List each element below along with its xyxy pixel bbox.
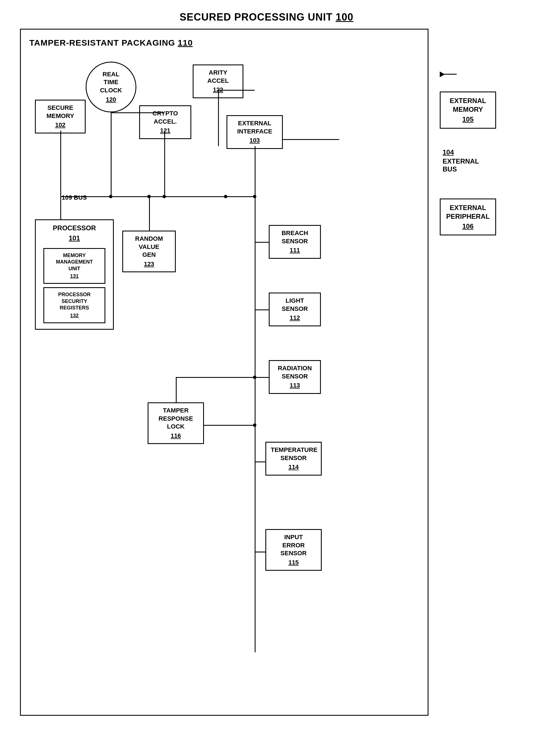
external-peripheral-block: EXTERNALPERIPHERAL 106 (440, 199, 496, 236)
external-bus-label: 104 EXTERNALBUS (442, 148, 479, 173)
hline-tamper-up (176, 377, 255, 378)
hline-temp (255, 462, 266, 462)
processor-block: PROCESSOR 101 MEMORYMANAGEMENTUNIT 131 P… (35, 219, 114, 330)
external-column: EXTERNALMEMORY 105 104 EXTERNALBUS EXTER… (429, 29, 513, 235)
vline-crypto (164, 131, 165, 197)
hline-rtc-crypto (111, 112, 164, 113)
hline-arity-ext (218, 90, 255, 91)
secure-memory-block: SECUREMEMORY 102 (35, 100, 86, 133)
hline-breach (255, 242, 269, 243)
vline-secure-mem (60, 131, 61, 197)
dot-sensors-bus (253, 195, 256, 198)
arrow-external (440, 74, 457, 75)
random-value-gen-block: RANDOMVALUEGEN 123 (122, 230, 176, 272)
tamper-resistant-box: TAMPER-RESISTANT PACKAGING 110 REALTIMEC… (20, 29, 429, 716)
real-time-clock-block: REALTIMECLOCK 120 (86, 62, 136, 112)
external-interface-block: EXTERNALINTERFACE 103 (227, 115, 283, 149)
radiation-sensor-block: RADIATIONSENSOR 113 (269, 360, 321, 394)
dot-bus-rvg (147, 195, 151, 198)
hline-input (255, 552, 266, 553)
temperature-sensor-block: TEMPERATURESENSOR 114 (266, 442, 322, 475)
vline-rtc (111, 112, 112, 197)
hline-radiation (255, 377, 269, 378)
hline-ext-iface-right (283, 139, 339, 140)
dot-tamper-lock (253, 423, 256, 427)
breach-sensor-block: BREACHSENSOR 111 (269, 225, 321, 259)
vline-ext-iface (255, 146, 256, 197)
light-sensor-block: LIGHTSENSOR 112 (269, 292, 321, 326)
vline-arity (218, 90, 219, 146)
memory-mgmt-block: MEMORYMANAGEMENTUNIT 131 (43, 248, 105, 284)
hline-light (255, 310, 269, 310)
bus-label: 109 BUS (62, 194, 87, 201)
dot-tamper-rad (253, 376, 256, 379)
arrow-head (440, 71, 445, 77)
page-title: SECURED PROCESSING UNIT 100 (180, 11, 353, 23)
bus-dot-2 (224, 195, 227, 198)
vline-tamper-up (176, 377, 177, 403)
tamper-response-lock-block: TAMPERRESPONSELOCK 116 (148, 402, 204, 444)
external-memory-block: EXTERNALMEMORY 105 (440, 92, 496, 129)
input-error-sensor-block: INPUTERRORSENSOR 115 (266, 529, 322, 571)
crypto-accel-block: CRYPTOACCEL. 121 (139, 105, 191, 139)
tamper-box-title: TAMPER-RESISTANT PACKAGING 110 (29, 38, 419, 48)
proc-sec-regs-block: PROCESSORSECURITYREGISTERS 132 (43, 287, 105, 323)
hline-tamper-lock (204, 425, 255, 426)
dot-rtc-bus (109, 195, 112, 198)
vline-bus-processor (60, 196, 61, 220)
vline-bus-rvg (149, 196, 150, 231)
